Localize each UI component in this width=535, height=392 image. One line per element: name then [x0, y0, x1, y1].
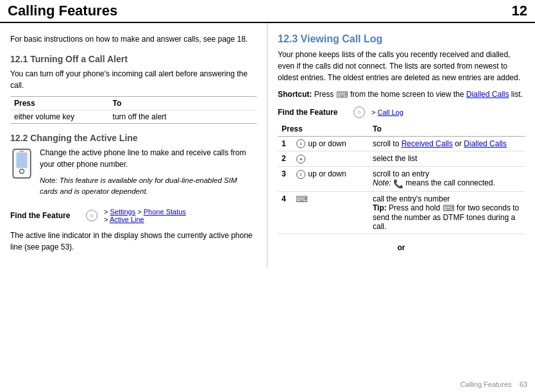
- shortcut-text: Press: [314, 90, 336, 99]
- left-column: For basic instructions on how to make an…: [0, 23, 268, 268]
- table-row: either volume key turn off the alert: [10, 110, 257, 124]
- page-title: Calling Features: [8, 3, 117, 19]
- nav-updown-icon-2: ⇓: [296, 170, 305, 179]
- table-col-press: Press: [10, 97, 109, 110]
- table-row: 2 ● select the list: [278, 151, 525, 167]
- shortcut-text3: list.: [511, 90, 523, 99]
- table-cell-to-4: call the entry's number Tip: Press and h…: [369, 191, 525, 234]
- nav-center-icon-2: ○: [353, 107, 365, 118]
- table-cell-num-1: 1: [278, 136, 292, 151]
- table-cell-press-3: ⇓ up or down: [292, 167, 369, 191]
- section-122-note-italic: Note: This feature is available only for…: [40, 175, 257, 198]
- or-divider: or: [278, 241, 525, 255]
- section-121-table: Press To either volume key turn off the …: [10, 96, 257, 124]
- find-feature-path-settings: > Settings > Phone Status: [104, 208, 186, 216]
- section-123-body: Your phone keeps lists of the calls you …: [278, 49, 525, 83]
- icon-note-text: Change the active phone line to make and…: [40, 147, 257, 203]
- page-footer: Calling Features 63: [460, 380, 527, 388]
- section-122-heading: 12.2 Changing the Active Line: [10, 133, 257, 143]
- table-row: 3 ⇓ up or down scroll to an entry Note: …: [278, 167, 525, 191]
- chapter-number: 12: [512, 3, 527, 19]
- find-feature-row-123: Find the Feature ○ > Call Log: [278, 107, 525, 118]
- table-cell-num-4: 4: [278, 191, 292, 234]
- table-col-to: To: [109, 97, 257, 110]
- nav-updown-icon-1: ⇓: [296, 139, 305, 148]
- table-cell-num-2: 2: [278, 151, 292, 167]
- shortcut-label: Shortcut:: [278, 90, 312, 99]
- nav-center-icon: ○: [86, 210, 98, 221]
- page-header: Calling Features 12: [0, 0, 535, 23]
- section-123-heading: 12.3 Viewing Call Log: [278, 33, 525, 45]
- intro-text: For basic instructions on how to make an…: [10, 33, 257, 45]
- section-123-shortcut: Shortcut: Press ⌨ from the home screen t…: [278, 89, 525, 101]
- phone-device-icon: [10, 148, 33, 179]
- table-row: 4 ⌨ call the entry's number Tip: Press a…: [278, 191, 525, 234]
- note-3: Note: 📞 means the call connected.: [373, 178, 495, 187]
- table-cell-press-2: ●: [292, 151, 369, 167]
- table-cell-press: either volume key: [10, 110, 109, 124]
- find-feature-label-123: Find the Feature: [278, 108, 348, 117]
- table-cell-to: turn off the alert: [109, 110, 257, 124]
- section-121-body: You can turn off your phone's incoming c…: [10, 68, 257, 91]
- right-column: 12.3 Viewing Call Log Your phone keeps l…: [268, 23, 535, 268]
- find-feature-path-123: > Call Log: [371, 108, 403, 116]
- find-feature-path-active: > Active Line: [104, 216, 144, 223]
- find-feature-path-122: > Settings > Phone Status > Active Line: [104, 208, 186, 223]
- main-content: For basic instructions on how to make an…: [0, 23, 535, 268]
- footer-page-number: 63: [520, 380, 527, 388]
- call-hold-icon: ⌨: [443, 203, 455, 213]
- svg-rect-1: [16, 153, 27, 168]
- table-lg-col-to: To: [369, 123, 525, 137]
- table-cell-to-2: select the list: [369, 151, 525, 167]
- shortcut-link: Dialled Calls: [466, 90, 509, 99]
- section-122-body-after: The active line indicator in the display…: [10, 230, 257, 253]
- table-cell-num-3: 3: [278, 167, 292, 191]
- nav-select-icon: ●: [296, 155, 305, 164]
- table-cell-to-1: scroll to Received Calls or Dialled Call…: [369, 136, 525, 151]
- table-cell-press-4: ⌨: [292, 191, 369, 234]
- call-log-link: Call Log: [377, 108, 403, 116]
- call-send-icon: ⌨: [296, 194, 308, 204]
- table-row: 1 ⇓ up or down scroll to Received Calls …: [278, 136, 525, 151]
- footer-text: Calling Features: [460, 380, 511, 388]
- shortcut-text2: from the home screen to view the: [350, 90, 466, 99]
- find-feature-label-122: Find the Feature: [10, 211, 81, 220]
- section-123-table: Press To 1 ⇓ up or down scroll to Receiv…: [278, 123, 525, 234]
- section-122-note-body: Change the active phone line to make and…: [40, 147, 257, 170]
- table-lg-col-press: Press: [278, 123, 369, 137]
- section-121-heading: 12.1 Turning Off a Call Alert: [10, 54, 257, 64]
- find-feature-row-122: Find the Feature ○ > Settings > Phone St…: [10, 208, 257, 223]
- icon-note-block: Change the active phone line to make and…: [10, 147, 257, 203]
- connected-icon: 📞: [393, 179, 403, 189]
- tip-4: Tip: Press and hold ⌨ for two seconds to…: [373, 203, 519, 231]
- table-cell-to-3: scroll to an entry Note: 📞 means the cal…: [369, 167, 525, 191]
- svg-rect-3: [20, 151, 24, 152]
- call-shortcut-icon: ⌨: [336, 89, 348, 101]
- table-cell-press-1: ⇓ up or down: [292, 136, 369, 151]
